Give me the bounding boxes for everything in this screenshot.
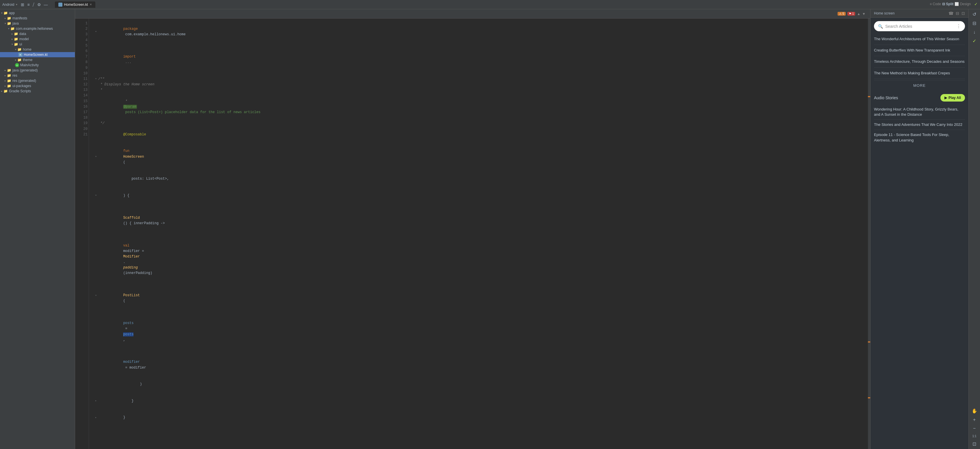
code-content[interactable]: ▾ package com.example.hellonews.ui.home: [89, 19, 868, 449]
fold-gutter-20[interactable]: ▸: [94, 399, 98, 403]
view-tab-design[interactable]: ⬜ Design: [955, 2, 971, 6]
editor-scrollbar[interactable]: [868, 19, 870, 449]
play-icon: ▶: [945, 96, 947, 100]
fit-icon[interactable]: 1:1: [972, 435, 977, 438]
sidebar-label-com-example: com.example.hellonews: [16, 27, 53, 31]
code-line-10: @Composable: [94, 126, 865, 143]
hand-icon[interactable]: ✋: [972, 408, 977, 414]
code-text-7: *: [98, 87, 865, 93]
sidebar-item-manifests[interactable]: ▸ 📁 manifests: [0, 16, 75, 21]
article-list: The Wonderful Architectures of This Wint…: [870, 34, 969, 91]
fold-gutter-16[interactable]: ▾: [94, 293, 98, 298]
code-line-19: ): [94, 376, 865, 393]
folder-icon-ui-pkg: 📁: [7, 84, 11, 88]
grid-icon[interactable]: ⊞: [21, 2, 24, 7]
layout-icon[interactable]: ⊟: [956, 11, 959, 16]
audio-section-title: Audio Stories: [874, 96, 898, 100]
fold-gutter-1[interactable]: ▾: [94, 29, 98, 34]
sidebar-item-homescreen-kt[interactable]: K HomeScreen.kt: [0, 52, 75, 57]
play-all-button[interactable]: ▶ Play All: [940, 94, 965, 102]
search-placeholder: Search Articles: [885, 24, 954, 29]
editor-area[interactable]: 1 2 3 4 5 6 7 8 9 10 11 12 13 14 15 16 1…: [75, 19, 870, 449]
chevron-down-icon[interactable]: ▼: [862, 12, 865, 16]
sidebar-item-gradle[interactable]: ▸ 📁 Gradle Scripts: [0, 88, 75, 94]
article-title-0: The Wonderful Architectures of This Wint…: [874, 37, 959, 41]
global-right-toolbar: ↺ ⊟ ↓ ✓ ✋ + − 1:1 ⊡: [969, 9, 980, 449]
more-button[interactable]: MORE: [874, 80, 965, 91]
folder-icon-gradle: 📁: [3, 89, 8, 93]
tab-close-icon[interactable]: ✕: [89, 3, 92, 6]
refresh-icon[interactable]: ↺: [972, 11, 976, 17]
fold-gutter-5[interactable]: ▾: [94, 77, 98, 81]
sidebar-item-ui-packages[interactable]: ▸ 📁 ui-packages: [0, 83, 75, 88]
sidebar-item-ui[interactable]: ▾ 📁 ui: [0, 42, 75, 47]
fold-gutter-13[interactable]: ▾: [94, 193, 98, 198]
audio-item-0[interactable]: Wondering Hour: A Childhood Story, Grizz…: [874, 104, 965, 120]
right-panel: Home screen ☎ ⊟ ⊡ 🔍 Search Articles ⋮ Th…: [870, 9, 969, 449]
tab-homescreen[interactable]: HomeScreen.kt ✕: [55, 2, 95, 8]
code-line-17: posts = posts ,: [94, 310, 865, 348]
sidebar-item-data[interactable]: ▸ 📁 data: [0, 31, 75, 37]
view-tab-split[interactable]: ⊟ Split: [942, 2, 953, 6]
chevron-up-icon[interactable]: ▲: [857, 12, 861, 16]
article-item-2[interactable]: Timeless Architecture, Through Decades a…: [874, 56, 965, 67]
search-menu-icon[interactable]: ⋮: [956, 24, 961, 29]
sidebar-label-ui-packages: ui-packages: [13, 84, 31, 88]
view-tab-code[interactable]: ≡ Code: [930, 2, 941, 6]
dropdown-arrow-icon[interactable]: ▾: [16, 3, 18, 6]
code-text-13: ) {: [98, 187, 865, 204]
settings-icon[interactable]: ⚙: [37, 2, 41, 7]
sidebar-item-home[interactable]: ▾ 📁 home: [0, 47, 75, 52]
play-all-label: Play All: [948, 96, 961, 100]
expand-arrow-manifests: ▸: [5, 17, 6, 20]
sidebar-item-app[interactable]: ▾ 📁 app: [0, 10, 75, 16]
filter-icon[interactable]: ⧸: [33, 2, 34, 7]
code-text-2: [98, 43, 865, 49]
audio-item-1[interactable]: The Stories and Adventures That We Carry…: [874, 120, 965, 130]
sidebar-item-theme[interactable]: ▸ 📁 theme: [0, 57, 75, 62]
check-icon: ✓: [974, 2, 978, 6]
android-file-icon: A: [15, 63, 19, 67]
fold-gutter-12: [94, 177, 98, 181]
tab-bar: HomeScreen.kt ✕: [55, 2, 95, 8]
sidebar-item-java[interactable]: ▾ 📁 java: [0, 21, 75, 26]
audio-section: Audio Stories ▶ Play All Wondering Hour:…: [870, 91, 969, 147]
search-bar[interactable]: 🔍 Search Articles ⋮: [874, 21, 965, 31]
sidebar-item-res[interactable]: ▸ 📁 res: [0, 73, 75, 78]
code-text-17: posts = posts ,: [98, 310, 865, 348]
code-line-21: ▸ }: [94, 409, 865, 426]
grid-view-icon[interactable]: ⊡: [972, 441, 976, 447]
device-icon[interactable]: ⊟: [972, 21, 976, 26]
folder-icon-java: 📁: [7, 21, 11, 26]
warning-icon: ⚠: [839, 12, 842, 15]
audio-item-2[interactable]: Episode 11 - Science Based Tools For Sle…: [874, 130, 965, 145]
code-text-3: import ...: [98, 49, 865, 71]
phone-icon[interactable]: ☎: [948, 11, 953, 16]
sidebar-item-res-generated[interactable]: ▸ 📁 res (generated): [0, 78, 75, 83]
sidebar-item-com-example[interactable]: ▾ 📁 com.example.hellonews: [0, 26, 75, 31]
top-bar-icons: ⊞ ≡ ⧸ ⚙ —: [21, 2, 48, 7]
sidebar-item-java-generated[interactable]: ▸ 📁 java (generated): [0, 68, 75, 73]
code-text-21: }: [98, 409, 865, 426]
code-line-11: ▾ fun HomeScreen (: [94, 143, 865, 171]
fold-gutter-21[interactable]: ▸: [94, 415, 98, 420]
list-icon[interactable]: ≡: [27, 2, 29, 7]
article-item-1[interactable]: Creating Butterflies With New Transparen…: [874, 45, 965, 56]
fold-gutter-4: [94, 71, 98, 76]
download-icon[interactable]: ↓: [974, 29, 976, 35]
code-text-1: package com.example.hellonews.ui.home: [98, 21, 865, 43]
plus-zoom-icon[interactable]: +: [973, 417, 976, 422]
article-item-0[interactable]: The Wonderful Architectures of This Wint…: [874, 34, 965, 45]
fold-gutter-11[interactable]: ▾: [94, 155, 98, 159]
warnings-badge: ⚠ 5: [838, 12, 846, 16]
sidebar-label-theme: theme: [23, 58, 32, 62]
sidebar-item-model[interactable]: ▸ 📁 model: [0, 37, 75, 42]
sidebar-item-mainactivity[interactable]: A MainActivity: [0, 62, 75, 68]
minus-zoom-icon[interactable]: −: [973, 426, 976, 431]
sidebar-label-homescreen-kt: HomeScreen.kt: [24, 53, 48, 57]
minus-icon[interactable]: —: [44, 2, 48, 7]
more-icon[interactable]: ⊡: [961, 11, 965, 16]
expand-arrow-home: ▾: [15, 48, 16, 51]
fold-gutter-10: [94, 132, 98, 137]
article-item-3[interactable]: The New Method to Making Breakfast Crepe…: [874, 68, 965, 79]
